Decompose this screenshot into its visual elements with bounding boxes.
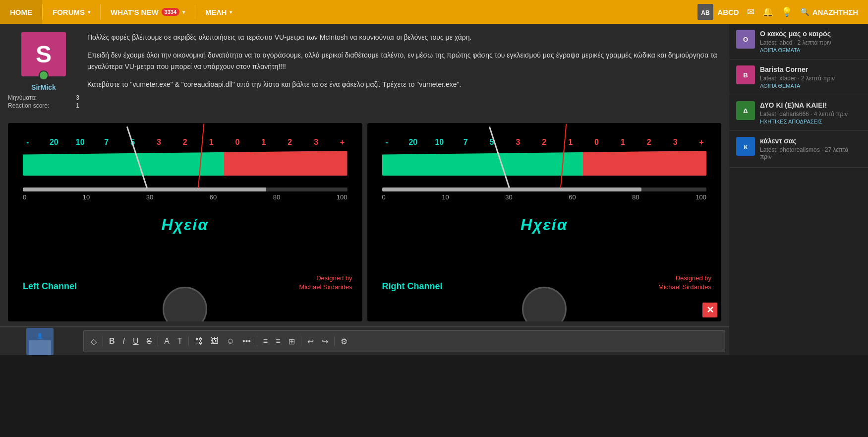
left-channel-label: Left Channel <box>23 281 77 292</box>
sidebar-item-2[interactable]: B Barista Corner Latest: xfader · 2 λεπτ… <box>729 60 868 95</box>
bottom-area: 👤 ◇ B I U S A T ⛓ 🖼 ☺ ••• <box>0 326 729 355</box>
rscale-r2: 2 <box>644 138 654 147</box>
nav-meli[interactable]: ΜΕΛΗ ▾ <box>195 0 242 24</box>
sidebar-title-bottom[interactable]: κάλεντ σας <box>760 137 861 145</box>
vu-meter-right: - 20 10 7 5 3 2 1 0 1 2 3 + <box>367 123 722 321</box>
toolbar-font-size[interactable]: T <box>175 336 184 347</box>
toolbar-sep-5 <box>301 336 301 346</box>
sidebar-category-3: ΗΧΗΤΙΚΕΣ ΑΠΟΔΡΑΣΕΙΣ <box>760 119 861 125</box>
left-bar-bg <box>23 151 347 176</box>
toolbar-image[interactable]: 🖼 <box>209 336 221 347</box>
right-progress-row: 0 10 30 60 80 100 <box>382 187 707 201</box>
toolbar-undo[interactable]: ↩ <box>305 336 316 347</box>
sidebar-item-bottom[interactable]: κ κάλεντ σας Latest: photorealismos · 27… <box>729 131 868 168</box>
scale-20: 20 <box>49 138 59 147</box>
toolbar-list[interactable]: ≡ <box>274 336 282 347</box>
right-progress-bg <box>382 187 707 191</box>
toolbar-redo[interactable]: ↪ <box>320 336 330 347</box>
sidebar-meta-3: Latest: daharis666 · 4 λεπτά πριν <box>760 111 861 118</box>
nav-whats-new[interactable]: WHAT'S NEW 3334 ▾ <box>101 0 195 24</box>
scale-3: 3 <box>154 138 164 147</box>
sidebar-category-2: ΛΟΙΠΑ ΘΕΜΑΤΑ <box>760 83 861 89</box>
sidebar-avatar-3: Δ <box>736 101 755 120</box>
vu-meter-left: - 20 10 7 5 3 2 1 0 1 2 3 + <box>8 123 362 321</box>
toolbar-eraser[interactable]: ◇ <box>89 336 99 347</box>
right-circle-bottom <box>522 287 567 321</box>
post-area: S SirMick Μηνύματα: 3 Reaction score: 1 <box>0 24 729 118</box>
sidebar-meta-1: Latest: abcd · 2 λεπτά πριν <box>760 39 861 46</box>
toolbar-sep-2 <box>158 336 158 346</box>
search-button[interactable]: 🔍 ΑΝΑΖΗΤΗΣΗ <box>800 7 858 16</box>
bottom-author-area: 👤 <box>0 327 79 355</box>
mail-icon[interactable]: ✉ <box>747 6 754 17</box>
sidebar-text-bottom: κάλεντ σας Latest: photorealismos · 27 λ… <box>760 137 861 161</box>
light-icon[interactable]: 💡 <box>781 6 792 17</box>
sidebar-title-3[interactable]: ΔΥΟ ΚΙ (Ε)ΝΑ ΚΑΙΕΙ! <box>760 101 861 109</box>
toolbar-emoji[interactable]: ☺ <box>225 336 236 347</box>
author-initial: S <box>36 41 52 68</box>
nav-forums-label: FORUMS <box>53 8 85 16</box>
left-progress-bg <box>23 187 347 191</box>
sidebar-item-1[interactable]: Ο Ο κακός μας ο καιρός Latest: abcd · 2 … <box>729 24 868 60</box>
right-bar-bg <box>382 151 707 176</box>
left-progress-fill <box>23 187 266 191</box>
red-x-badge[interactable]: ✕ <box>702 303 717 317</box>
sidebar-avatar-1: Ο <box>736 30 755 49</box>
left-bar-area <box>23 151 347 186</box>
toolbar-more[interactable]: ••• <box>240 336 253 347</box>
toolbar-table[interactable]: ⊞ <box>287 336 297 347</box>
toolbar-strikethrough[interactable]: S <box>145 336 154 347</box>
nav-user-name: ABCD <box>717 8 739 16</box>
toolbar-settings[interactable]: ⚙ <box>339 336 349 347</box>
right-bar-area <box>382 151 707 186</box>
rscale-2: 2 <box>539 138 549 147</box>
stat-messages: Μηνύματα: 3 <box>8 94 79 101</box>
scale-plus: + <box>338 138 347 147</box>
scale-r2: 2 <box>285 138 295 147</box>
left-designed-line2: Michael Sirdarides <box>299 283 352 291</box>
toolbar-italic[interactable]: I <box>121 336 127 347</box>
meli-dropdown-arrow: ▾ <box>230 9 232 15</box>
sidebar-title-1[interactable]: Ο κακός μας ο καιρός <box>760 30 861 38</box>
toolbar-sep-3 <box>188 336 189 346</box>
nav-forums[interactable]: FORUMS ▾ <box>43 0 100 24</box>
right-scale: - 20 10 7 5 3 2 1 0 1 2 3 + <box>367 123 722 147</box>
nav-meli-label: ΜΕΛΗ <box>205 8 227 16</box>
nav-home[interactable]: HOME <box>0 0 42 24</box>
right-progress-labels: 0 10 30 60 80 100 <box>382 192 707 201</box>
right-channel-label: Right Channel <box>382 281 443 292</box>
right-designed-line2: Michael Sirdarides <box>658 283 711 291</box>
sidebar-text-1: Ο κακός μας ο καιρός Latest: abcd · 2 λε… <box>760 30 861 53</box>
left-designed-line1: Designed by <box>316 274 352 282</box>
scale-r3: 3 <box>311 138 321 147</box>
rscale-plus: + <box>696 138 706 147</box>
sidebar-text-2: Barista Corner Latest: xfader · 2 λεπτά … <box>760 65 861 89</box>
toolbar-align[interactable]: ≡ <box>261 336 270 347</box>
right-designed-line1: Designed by <box>676 274 711 282</box>
toolbar-underline[interactable]: U <box>131 336 141 347</box>
toolbar-bold[interactable]: B <box>107 336 117 347</box>
nav-right-area: AB ABCD ✉ 🔔 💡 🔍 ΑΝΑΖΗΤΗΣΗ <box>697 4 868 20</box>
right-sidebar: Ο Ο κακός μας ο καιρός Latest: abcd · 2 … <box>729 24 868 355</box>
rscale-10: 10 <box>434 138 444 147</box>
right-bar-green <box>382 151 583 176</box>
sidebar-item-3[interactable]: Δ ΔΥΟ ΚΙ (Ε)ΝΑ ΚΑΙΕΙ! Latest: daharis666… <box>729 95 868 131</box>
left-bar-red <box>224 151 347 176</box>
search-label: ΑΝΑΖΗΤΗΣΗ <box>812 8 858 16</box>
left-designed-by: Designed by Michael Sirdarides <box>299 274 352 292</box>
toolbar-font-color[interactable]: A <box>162 336 172 347</box>
toolbar-link[interactable]: ⛓ <box>193 336 205 347</box>
right-progress-fill <box>382 187 642 191</box>
post-paragraph-3: Κατεβάστε το "vumeter.exe" & "coreaudioa… <box>87 79 721 90</box>
post-paragraph-2: Επειδή δεν έχουμε όλοι την οικονομική δυ… <box>87 50 721 72</box>
scale-0: 0 <box>232 138 242 147</box>
sidebar-title-2[interactable]: Barista Corner <box>760 65 861 73</box>
scale-2: 2 <box>180 138 190 147</box>
post-author: S SirMick Μηνύματα: 3 Reaction score: 1 <box>8 32 87 110</box>
nav-user[interactable]: AB ABCD <box>697 4 739 20</box>
whats-new-dropdown-arrow: ▾ <box>182 9 185 15</box>
scale-7: 7 <box>102 138 112 147</box>
author-name[interactable]: SirMick <box>31 83 56 91</box>
post-body: Πολλές φορές βλέπουμε σε ακριβές υλοποιή… <box>87 32 721 110</box>
bell-icon[interactable]: 🔔 <box>762 6 773 17</box>
